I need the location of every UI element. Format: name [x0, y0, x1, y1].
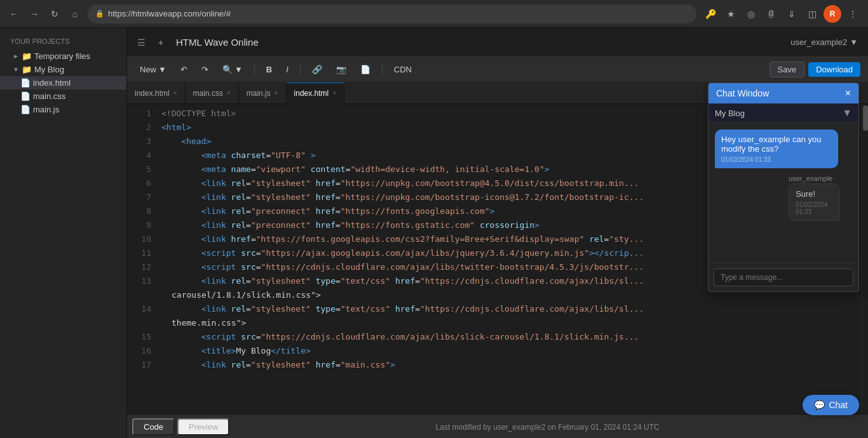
toolbar: New ▼ ↶ ↷ 🔍 ▼ B I 🔗 📷 📄 CDN Save: [127, 57, 868, 83]
chat-messages: Hey user_example can you modify the css?…: [709, 123, 858, 263]
separator-3: [382, 63, 383, 76]
chat-input-area: [709, 263, 858, 291]
code-line-14: 14 <link rel="stylesheet" type="text/css…: [127, 302, 862, 316]
user-badge: user_example2 ▼: [790, 37, 858, 47]
view-tabs-bar: Code Preview Last modified by user_examp…: [127, 415, 868, 438]
link-button[interactable]: 🔗: [307, 62, 327, 77]
your-projects-label: Your projects: [5, 35, 75, 48]
tab-index-html-2[interactable]: index.html ×: [287, 83, 345, 104]
sidebar-item-temp-files[interactable]: ► 📁 Temporary files: [0, 50, 126, 63]
chat-message-time-1: 01/02/2024 01:33: [721, 156, 832, 163]
tab-index-html-1[interactable]: index.html ×: [127, 83, 186, 104]
menu-icon: ☰: [137, 37, 146, 48]
editor-scrollbar[interactable]: [862, 104, 868, 415]
extensions-button[interactable]: ◎: [742, 5, 760, 23]
image-button[interactable]: 📷: [331, 62, 351, 77]
file-icon-css: 📄: [20, 91, 31, 101]
file-name-js: main.js: [33, 105, 59, 114]
app-title: HTML Wave Online: [176, 37, 783, 48]
sidebar-item-my-blog[interactable]: ▼ 📁 My Blog: [0, 63, 126, 76]
home-button[interactable]: ⌂: [67, 6, 83, 22]
cdn-button[interactable]: CDN: [389, 62, 417, 77]
my-blog-label: My Blog: [34, 65, 64, 74]
chat-fab-button[interactable]: 💬 Chat: [803, 395, 859, 415]
sidebar: Your projects ► 📁 Temporary files ▼ 📁 My…: [0, 28, 127, 438]
cdn-label: CDN: [394, 65, 412, 74]
tab-close-4[interactable]: ×: [332, 90, 336, 96]
separator-1: [254, 63, 255, 76]
chat-close-button[interactable]: ×: [845, 88, 851, 98]
star-button[interactable]: ★: [722, 5, 740, 23]
bold-button[interactable]: B: [261, 62, 277, 77]
sidebar-item-index-html[interactable]: 📄 index.html: [0, 76, 126, 90]
preview-tab-label: Preview: [189, 422, 218, 432]
chat-input[interactable]: [714, 269, 853, 286]
italic-button[interactable]: I: [281, 62, 294, 77]
new-button[interactable]: New ▼: [135, 62, 172, 77]
tab-close-3[interactable]: ×: [275, 90, 278, 96]
chat-project-select[interactable]: My Blog ▼: [709, 103, 858, 123]
url-bar[interactable]: 🔒 https://htmlwaveapp.com/online/#: [88, 4, 696, 23]
tab-label-1: index.html: [135, 89, 170, 98]
my-blog-folder-icon: 📁: [22, 65, 32, 74]
scroll-thumb: [863, 105, 868, 131]
browser-bar: ← → ↻ ⌂ 🔒 https://htmlwaveapp.com/online…: [0, 0, 868, 28]
code-line-14b: theme.min.css">: [127, 316, 862, 330]
code-line-16: 16 <title>My Blog</title>: [127, 344, 862, 358]
back-button[interactable]: ←: [6, 6, 22, 22]
download-browser-button[interactable]: ⇓: [783, 5, 801, 23]
file-icon-index: 📄: [20, 78, 31, 88]
file-name-index: index.html: [33, 78, 71, 88]
download-button[interactable]: Download: [808, 62, 860, 77]
code-line-15: 15 <script src="https://cdnjs.cloudflare…: [127, 330, 862, 344]
user-chevron-icon: ▼: [850, 37, 858, 47]
lock-icon: 🔒: [95, 10, 104, 18]
tab-main-css[interactable]: main.css ×: [186, 83, 239, 104]
tab-main-js[interactable]: main.js ×: [239, 83, 287, 104]
code-line-17: 17 <link rel="stylesheet" href="main.css…: [127, 358, 862, 372]
chevron-right-icon: ►: [13, 53, 19, 60]
undo-button[interactable]: ↶: [175, 62, 193, 77]
code-tab[interactable]: Code: [132, 418, 175, 435]
editor-main: index.html × main.css × main.js × index.…: [127, 83, 868, 438]
refresh-button[interactable]: ↻: [47, 6, 62, 22]
tab-close-1[interactable]: ×: [173, 90, 177, 96]
profile-avatar[interactable]: R: [824, 5, 841, 23]
chat-message-incoming-1: Hey user_example can you modify the css?…: [715, 129, 838, 168]
chat-bubble-icon: 💬: [814, 400, 825, 410]
url-text: https://htmlwaveapp.com/online/#: [108, 9, 231, 18]
new-label: New: [140, 65, 156, 74]
app-body: Your projects ► 📁 Temporary files ▼ 📁 My…: [0, 28, 868, 438]
forward-button[interactable]: →: [27, 6, 42, 22]
chat-window-title: Chat Window: [716, 88, 845, 98]
brave-button[interactable]: 🛢: [763, 5, 780, 23]
sidebar-item-main-js[interactable]: 📄 main.js: [0, 103, 126, 116]
code-button[interactable]: 📄: [355, 62, 376, 77]
chat-header: Chat Window ×: [709, 83, 858, 103]
file-name-css: main.css: [33, 91, 65, 101]
save-button[interactable]: Save: [770, 62, 805, 77]
chat-fab-label: Chat: [829, 400, 848, 410]
temp-files-label: Temporary files: [34, 51, 90, 61]
find-button[interactable]: 🔍 ▼: [217, 62, 248, 77]
preview-tab[interactable]: Preview: [177, 418, 229, 435]
save-label: Save: [778, 65, 797, 74]
key-icon-button[interactable]: 🔑: [702, 5, 719, 23]
your-projects-header: Your projects: [0, 33, 126, 50]
redo-button[interactable]: ↷: [196, 62, 214, 77]
app-header: ☰ + HTML Wave Online user_example2 ▼: [127, 28, 868, 57]
tab-close-2[interactable]: ×: [227, 90, 231, 96]
sidebar-item-main-css[interactable]: 📄 main.css: [0, 90, 126, 103]
separator-2: [300, 63, 301, 76]
add-project-button[interactable]: +: [153, 35, 168, 50]
chat-message-text-2: Sure! 01/02/2024 01:33: [789, 183, 839, 221]
chat-project-chevron-icon: ▼: [842, 107, 852, 119]
chat-message-text-1: Hey user_example can you modify the css?: [721, 135, 832, 154]
menu-button[interactable]: ⋮: [844, 5, 862, 23]
new-chevron-icon: ▼: [158, 65, 166, 74]
browser-actions: 🔑 ★ ◎ 🛢 ⇓ ◫ R ⋮: [702, 5, 862, 23]
folder-icon: 📁: [22, 51, 32, 61]
chat-message-outgoing-1: user_example Sure! 01/02/2024 01:33: [789, 175, 852, 221]
tab-label-4: index.html: [294, 89, 329, 98]
split-button[interactable]: ◫: [803, 5, 821, 23]
